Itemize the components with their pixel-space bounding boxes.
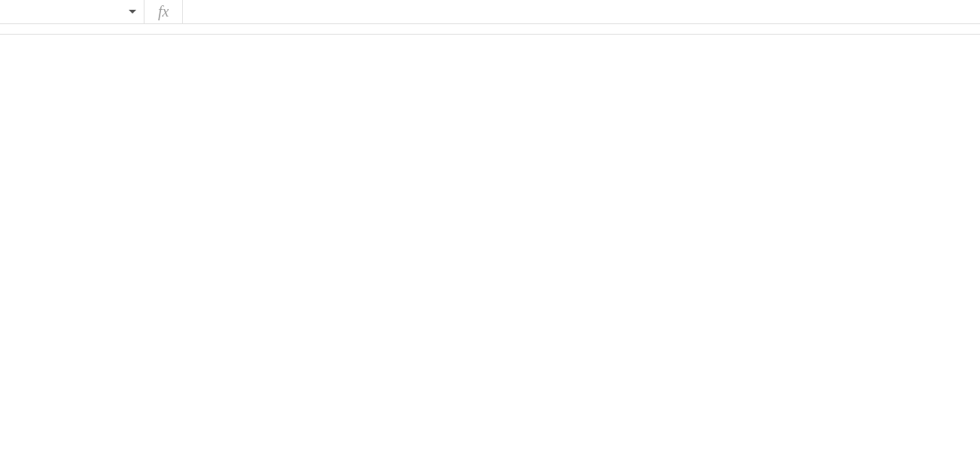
formula-bar: fx xyxy=(0,0,980,24)
spreadsheet-grid[interactable] xyxy=(0,35,980,459)
fx-icon: fx xyxy=(158,3,169,20)
dropdown-icon[interactable] xyxy=(129,10,136,14)
name-box[interactable] xyxy=(0,0,145,23)
fx-section: fx xyxy=(145,0,183,23)
formula-bar-spacer xyxy=(0,24,980,35)
